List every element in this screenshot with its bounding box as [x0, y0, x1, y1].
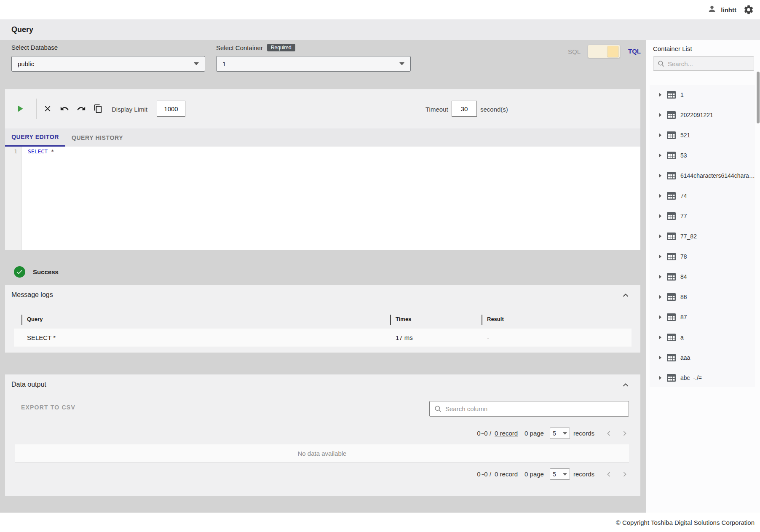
list-item[interactable]: 77	[650, 206, 755, 226]
pagination-range: 0~0 /	[477, 471, 491, 478]
table-icon	[667, 212, 676, 220]
expand-arrow-icon[interactable]	[659, 174, 661, 178]
next-page-icon[interactable]	[621, 429, 629, 438]
expand-arrow-icon[interactable]	[659, 234, 661, 238]
table-icon	[667, 253, 676, 260]
next-page-icon[interactable]	[621, 470, 629, 479]
page-title-bar: Query	[0, 19, 760, 40]
expand-arrow-icon[interactable]	[659, 113, 661, 117]
tab-query-history[interactable]: QUERY HISTORY	[65, 128, 129, 147]
run-query-button[interactable]	[14, 103, 25, 114]
prev-page-icon[interactable]	[605, 470, 613, 479]
expand-arrow-icon[interactable]	[659, 194, 661, 198]
message-logs-title: Message logs	[11, 291, 53, 299]
list-item[interactable]: 86	[650, 287, 755, 307]
timeout-input[interactable]	[452, 101, 477, 117]
collapse-message-logs-icon[interactable]	[620, 290, 631, 301]
table-icon	[667, 374, 676, 382]
list-item[interactable]: 77_82	[650, 226, 755, 246]
sql-tql-toggle[interactable]	[588, 45, 620, 58]
sql-keyword: SELECT	[28, 148, 48, 155]
copy-icon[interactable]	[93, 103, 104, 114]
scrollbar-thumb[interactable]	[757, 72, 760, 123]
expand-arrow-icon[interactable]	[659, 153, 661, 158]
tab-query-editor[interactable]: QUERY EDITOR	[5, 128, 65, 147]
expand-arrow-icon[interactable]	[659, 315, 661, 319]
display-limit-input[interactable]	[157, 101, 185, 117]
cell-query: SELECT *	[27, 334, 56, 341]
list-item[interactable]: 2022091221	[650, 105, 755, 125]
footer: © Copyright Toshiba Digital Solutions Co…	[0, 513, 760, 532]
container-name: 87	[680, 314, 687, 321]
table-icon	[667, 334, 676, 341]
expand-arrow-icon[interactable]	[659, 275, 661, 279]
line-number: 1	[14, 148, 17, 155]
expand-arrow-icon[interactable]	[659, 133, 661, 137]
query-editor[interactable]: 1 SELECT *	[5, 147, 640, 250]
gear-icon[interactable]	[743, 4, 754, 15]
list-item[interactable]: 87	[650, 307, 755, 327]
records-label: records	[573, 471, 594, 478]
message-logs-body: SELECT * 17 ms -	[14, 329, 632, 347]
chevron-down-icon	[563, 432, 567, 435]
list-item[interactable]: 78	[650, 246, 755, 267]
pagination-top: 0~0 / 0 record 0 page 5 records	[477, 428, 629, 439]
data-output-title: Data output	[11, 381, 46, 388]
cell-result: -	[487, 334, 489, 341]
editor-code-line: SELECT *	[28, 148, 55, 155]
list-item[interactable]: 6144characters6144chara…	[650, 166, 755, 186]
search-column-box	[429, 401, 629, 417]
expand-arrow-icon[interactable]	[659, 295, 661, 299]
records-per-page-select[interactable]: 5	[550, 468, 570, 480]
timeout-unit: second(s)	[480, 106, 508, 113]
chevron-down-icon	[194, 62, 199, 65]
record-count-link[interactable]: 0 record	[495, 471, 518, 478]
container-search-input[interactable]	[668, 60, 750, 67]
list-item[interactable]: 84	[650, 267, 755, 287]
per-page-value: 5	[553, 471, 556, 478]
table-row: SELECT * 17 ms -	[14, 329, 632, 347]
user-menu[interactable]: linhtt	[707, 4, 736, 15]
list-item[interactable]: abc_-./=	[650, 368, 755, 387]
container-name: abc_-./=	[680, 374, 702, 381]
expand-arrow-icon[interactable]	[659, 93, 661, 97]
collapse-data-output-icon[interactable]	[620, 380, 631, 390]
redo-icon[interactable]	[76, 103, 87, 114]
page-count: 0 page	[525, 430, 544, 437]
list-item[interactable]: 74	[650, 186, 755, 206]
empty-data-row: No data available	[15, 444, 629, 462]
records-per-page-select[interactable]: 5	[550, 428, 570, 439]
undo-icon[interactable]	[59, 103, 70, 114]
select-database-dropdown[interactable]: public	[11, 56, 205, 72]
expand-arrow-icon[interactable]	[659, 214, 661, 218]
export-to-csv-button[interactable]: EXPORT TO CSV	[21, 404, 75, 411]
copyright-text: © Copyright Toshiba Digital Solutions Co…	[616, 519, 755, 526]
select-container-label-text: Select Container	[216, 44, 263, 51]
expand-arrow-icon[interactable]	[659, 254, 661, 259]
list-item[interactable]: 521	[650, 125, 755, 145]
container-name: 53	[680, 152, 687, 159]
container-name: 74	[680, 192, 687, 199]
expand-arrow-icon[interactable]	[659, 356, 661, 360]
list-item[interactable]: aaa	[650, 348, 755, 368]
search-column-input[interactable]	[445, 405, 624, 412]
username: linhtt	[721, 6, 736, 13]
select-container-value: 1	[222, 60, 226, 67]
clear-icon[interactable]	[42, 103, 53, 114]
container-name: 77	[680, 213, 687, 219]
expand-arrow-icon[interactable]	[659, 335, 661, 340]
column-header-query: Query	[27, 316, 43, 322]
record-count-link[interactable]: 0 record	[495, 430, 518, 437]
select-database-value: public	[18, 60, 34, 67]
select-database-label: Select Database	[11, 44, 58, 51]
pagination-nav	[605, 429, 629, 438]
list-item[interactable]: a	[650, 327, 755, 348]
select-container-dropdown[interactable]: 1	[216, 56, 411, 72]
expand-arrow-icon[interactable]	[659, 376, 661, 380]
prev-page-icon[interactable]	[605, 429, 613, 438]
list-item[interactable]: 53	[650, 145, 755, 166]
chevron-down-icon	[563, 473, 567, 476]
pagination-nav	[605, 470, 629, 479]
list-item[interactable]: 1	[650, 85, 755, 105]
table-icon	[667, 172, 676, 179]
